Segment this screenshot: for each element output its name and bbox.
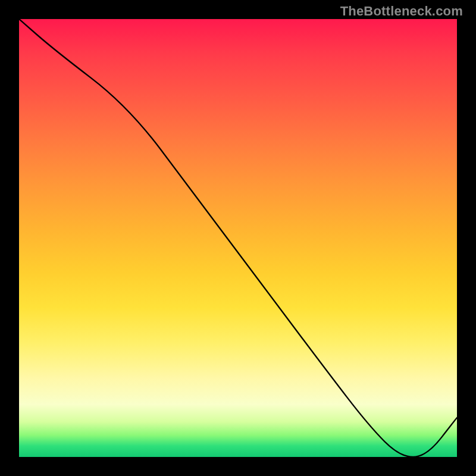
watermark-text: TheBottleneck.com [340,4,463,19]
line-overlay [19,19,457,457]
data-curve [19,19,457,457]
plot-area [18,18,458,458]
chart-frame: TheBottleneck.com [0,0,476,476]
